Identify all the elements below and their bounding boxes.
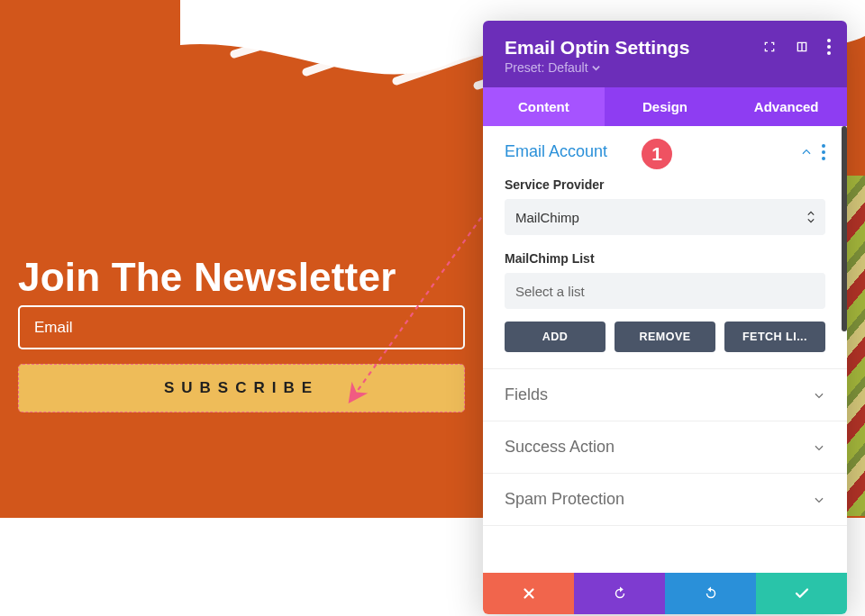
mailchimp-list-value: Select a list	[515, 284, 585, 299]
preset-label: Preset: Default	[505, 60, 588, 75]
chevron-down-icon	[813, 494, 825, 506]
section-toggle-spam-protection[interactable]: Spam Protection	[505, 490, 825, 509]
redo-icon	[703, 585, 719, 602]
section-toggle-success-action[interactable]: Success Action	[505, 438, 825, 457]
expand-icon[interactable]	[762, 40, 777, 54]
section-fields: Fields	[483, 369, 847, 421]
add-button[interactable]: ADD	[505, 322, 606, 352]
section-toggle-fields[interactable]: Fields	[505, 385, 825, 404]
section-title-email-account: Email Account	[505, 142, 607, 161]
section-title-spam-protection: Spam Protection	[505, 490, 624, 509]
undo-button[interactable]	[574, 573, 665, 614]
discard-button[interactable]	[483, 573, 574, 614]
remove-button[interactable]: REMOVE	[615, 322, 715, 352]
subscribe-button[interactable]: SUBSCRIBE	[18, 364, 465, 412]
save-button[interactable]	[756, 573, 847, 614]
service-provider-value: MailChimp	[515, 210, 579, 225]
tabs-bar: Content Design Advanced	[483, 87, 847, 126]
side-photo-strip	[847, 176, 865, 516]
mailchimp-list-select[interactable]: Select a list	[505, 273, 825, 309]
undo-icon	[612, 585, 628, 602]
section-title-success-action: Success Action	[505, 438, 615, 457]
service-provider-select[interactable]: MailChimp	[505, 199, 825, 235]
label-mailchimp-list: MailChimp List	[505, 251, 825, 266]
chevron-up-icon	[800, 146, 813, 159]
section-success-action: Success Action	[483, 421, 847, 474]
fetch-lists-button[interactable]: FETCH LI...	[724, 322, 825, 352]
close-icon	[521, 585, 537, 602]
redo-button[interactable]	[665, 573, 756, 614]
select-caret-icon	[807, 211, 815, 223]
preset-dropdown[interactable]: Preset: Default	[505, 60, 825, 75]
newsletter-title: Join The Newsletter	[18, 255, 396, 300]
tab-design[interactable]: Design	[605, 87, 726, 126]
panel-header: Email Optin Settings Preset: Default	[483, 21, 847, 87]
email-field[interactable]	[18, 305, 465, 349]
section-options-icon[interactable]	[822, 144, 825, 160]
section-title-fields: Fields	[505, 385, 548, 404]
caret-down-icon	[592, 64, 600, 72]
more-options-icon[interactable]	[827, 39, 831, 55]
panel-body: Email Account Service Provider MailChimp…	[483, 126, 847, 573]
scrollbar-thumb[interactable]	[842, 126, 847, 331]
email-optin-settings-panel: Email Optin Settings Preset: Default Con…	[483, 21, 847, 614]
columns-icon[interactable]	[795, 40, 809, 54]
annotation-badge-1: 1	[639, 136, 675, 172]
label-service-provider: Service Provider	[505, 177, 825, 192]
section-spam-protection: Spam Protection	[483, 474, 847, 526]
chevron-down-icon	[813, 389, 825, 402]
section-peek	[483, 526, 847, 558]
chevron-down-icon	[813, 441, 825, 454]
check-icon	[794, 585, 810, 602]
tab-advanced[interactable]: Advanced	[725, 87, 847, 126]
tab-content[interactable]: Content	[483, 87, 605, 126]
subscribe-label: SUBSCRIBE	[164, 379, 319, 397]
panel-footer	[483, 573, 847, 614]
